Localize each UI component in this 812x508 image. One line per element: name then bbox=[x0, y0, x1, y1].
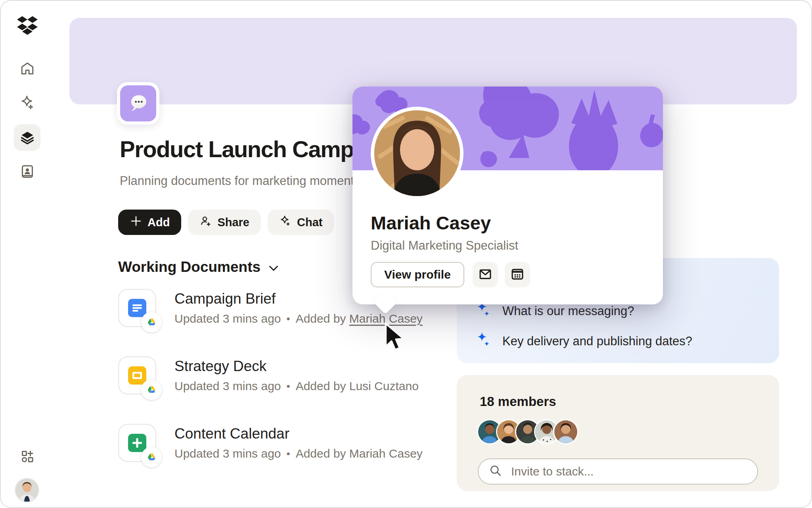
members-count: 18 members bbox=[480, 394, 556, 409]
document-meta: Updated 3 mins ago • Added by Mariah Cas… bbox=[174, 312, 423, 325]
stack-actions: Add Share Chat bbox=[118, 210, 334, 235]
profile-hover-card: Mariah Casey Digital Marketing Specialis… bbox=[352, 87, 663, 304]
member-avatar[interactable] bbox=[554, 420, 577, 443]
google-slides-icon bbox=[118, 356, 156, 394]
dropbox-app-window: Product Launch Campaign Planning documen… bbox=[0, 0, 812, 508]
email-button[interactable] bbox=[473, 262, 498, 287]
suggestion-item[interactable]: What is our messaging? bbox=[475, 302, 634, 321]
dropbox-logo-icon[interactable] bbox=[14, 12, 40, 38]
document-row[interactable]: Content Calendar Updated 3 mins ago • Ad… bbox=[118, 424, 423, 462]
document-meta: Updated 3 mins ago • Added by Lusi Cuzta… bbox=[174, 379, 419, 393]
plus-icon bbox=[130, 215, 142, 230]
profile-card-actions: View profile bbox=[371, 262, 530, 287]
invite-to-stack-field[interactable] bbox=[478, 458, 758, 485]
members-panel: 18 members bbox=[457, 375, 779, 491]
working-documents-list: Campaign Brief Updated 3 mins ago • Adde… bbox=[118, 289, 423, 491]
add-button[interactable]: Add bbox=[118, 210, 181, 235]
sidebar bbox=[1, 1, 54, 507]
profile-photo bbox=[371, 107, 463, 200]
calendar-button[interactable] bbox=[505, 262, 530, 287]
google-drive-badge-icon bbox=[141, 312, 162, 333]
document-row[interactable]: Strategy Deck Updated 3 mins ago • Added… bbox=[118, 356, 423, 394]
document-meta: Updated 3 mins ago • Added by Mariah Cas… bbox=[174, 447, 423, 460]
sparkle-add-icon bbox=[279, 215, 292, 230]
person-add-icon bbox=[199, 215, 212, 230]
google-drive-badge-icon bbox=[141, 379, 162, 400]
document-title[interactable]: Strategy Deck bbox=[174, 358, 419, 375]
blue-sparkle-icon bbox=[475, 302, 491, 321]
invite-input[interactable] bbox=[510, 464, 747, 479]
share-button[interactable]: Share bbox=[188, 210, 261, 235]
google-docs-icon bbox=[118, 289, 156, 327]
page-subtitle: Planning documents for marketing moments bbox=[120, 174, 360, 188]
sidebar-item-apps-grid-icon[interactable] bbox=[14, 443, 40, 470]
calendar-icon bbox=[510, 267, 525, 283]
speech-balloon-icon bbox=[120, 85, 156, 121]
sidebar-item-home[interactable] bbox=[14, 56, 40, 82]
added-by-link[interactable]: Mariah Casey bbox=[349, 312, 423, 325]
document-title[interactable]: Content Calendar bbox=[174, 425, 423, 442]
profile-name: Mariah Casey bbox=[371, 212, 491, 234]
sidebar-item-ai-sparkle-icon[interactable] bbox=[14, 89, 40, 116]
stack-emoji-tile[interactable] bbox=[117, 82, 159, 125]
working-documents-heading[interactable]: Working Documents bbox=[118, 259, 279, 275]
sidebar-user-avatar[interactable] bbox=[15, 479, 38, 502]
chevron-down-icon bbox=[268, 259, 279, 275]
chat-button[interactable]: Chat bbox=[268, 210, 334, 235]
view-profile-button[interactable]: View profile bbox=[371, 262, 464, 287]
google-drive-badge-icon bbox=[141, 447, 162, 468]
google-sheets-icon bbox=[118, 424, 156, 462]
suggestion-item[interactable]: Key delivery and publishing dates? bbox=[475, 332, 692, 351]
sidebar-item-stacks[interactable] bbox=[14, 124, 40, 151]
blue-sparkle-icon bbox=[475, 332, 491, 351]
sidebar-item-contacts[interactable] bbox=[14, 158, 40, 185]
profile-role: Digital Marketing Specialist bbox=[371, 239, 518, 253]
search-icon bbox=[489, 464, 502, 479]
envelope-icon bbox=[478, 267, 492, 283]
member-avatars[interactable] bbox=[478, 420, 577, 443]
